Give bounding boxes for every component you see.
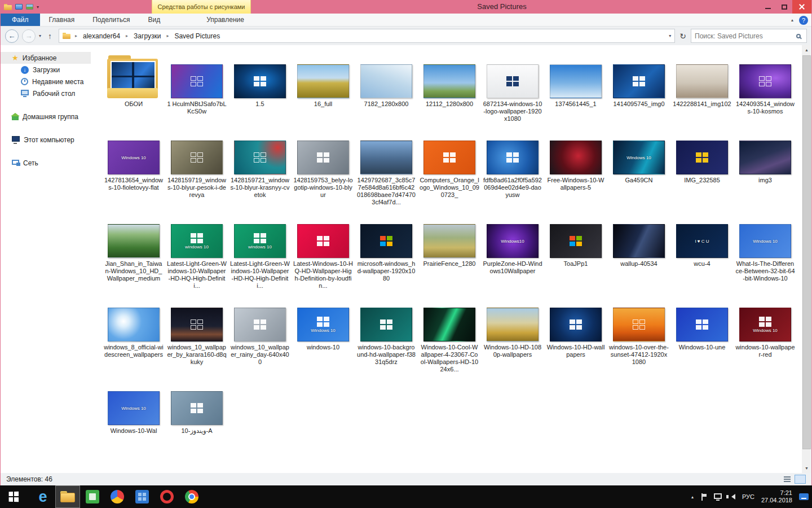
- taskbar-app-ie[interactable]: [30, 485, 55, 508]
- file-item[interactable]: Windows-10-Cool-Wallpaper-4-23067-Cool-W…: [418, 295, 481, 373]
- breadcrumb-box[interactable]: ▸alexander64▸Загрузки▸Saved Pictures ▾: [59, 29, 675, 43]
- thumbnails-view-button[interactable]: [795, 475, 806, 484]
- tab-manage[interactable]: Управление: [197, 14, 253, 26]
- taskbar-app-opera[interactable]: [155, 485, 179, 508]
- network-icon[interactable]: [714, 493, 722, 499]
- taskbar-app-blue-grid-app[interactable]: [130, 485, 155, 508]
- sidebar-item-this-pc[interactable]: Этот компьютер: [1, 134, 91, 146]
- file-item[interactable]: 1374561445_1: [544, 52, 607, 122]
- close-button[interactable]: [792, 0, 811, 14]
- file-item[interactable]: Computers_Orange_logo_Windows_10_090723_: [418, 128, 481, 206]
- search-input[interactable]: [695, 32, 796, 40]
- file-item[interactable]: wallup-40534: [607, 212, 670, 290]
- file-item[interactable]: 6872134-windows-10-logo-wallpaper-1920x1…: [481, 52, 544, 122]
- sidebar-item-homegroup[interactable]: Домашняя группа: [1, 111, 91, 122]
- forward-button[interactable]: →: [22, 29, 36, 43]
- file-item[interactable]: windows-10-background-hd-wallpaper-f3831…: [355, 295, 418, 373]
- file-item[interactable]: Windows 10windows-10: [292, 295, 355, 373]
- file-item[interactable]: Windows 10What-Is-The-Difference-Between…: [734, 212, 797, 290]
- tab-home[interactable]: Главная: [40, 14, 84, 26]
- sidebar-item-recent-places[interactable]: Недавние места: [1, 76, 91, 87]
- file-item[interactable]: I ♥ C Uwcu-4: [670, 212, 734, 290]
- file-item[interactable]: Windows10PurpleZone-HD-Windows10Wallpape…: [481, 212, 544, 290]
- sidebar-item-desktop[interactable]: Рабочий стол: [1, 87, 91, 99]
- tab-share[interactable]: Поделиться: [83, 14, 139, 26]
- file-item[interactable]: Windows-10-une: [670, 295, 734, 373]
- breadcrumb-segment[interactable]: Saved Pictures: [172, 31, 222, 41]
- recent-locations-dropdown-icon[interactable]: ▾: [39, 33, 41, 38]
- taskbar-app-chrome[interactable]: [179, 485, 204, 508]
- file-item[interactable]: windows_10_wallpaper_rainy_day-640x400: [228, 295, 292, 373]
- taskbar-app-pinwheel-app[interactable]: [105, 485, 130, 508]
- back-button[interactable]: ←: [5, 29, 19, 43]
- file-item[interactable]: microsoft-windows_hd-wallpaper-1920x1080: [355, 212, 418, 290]
- file-item[interactable]: 1428159719_windows-10-blyur-pesok-i-dere…: [165, 128, 228, 206]
- file-item[interactable]: Free-Windows-10-Wallpapers-5: [544, 128, 607, 206]
- file-item[interactable]: 1.5: [228, 52, 292, 122]
- sidebar-item-network[interactable]: Сеть: [1, 157, 91, 169]
- file-item[interactable]: 1428159753_belyy-logotip-windows-10-blyu…: [292, 128, 355, 206]
- file-item[interactable]: 7182_1280x800: [355, 52, 418, 122]
- file-item[interactable]: 1 HculmNBtJSafo7bLKcS0w: [165, 52, 228, 122]
- scroll-up-icon[interactable]: ▲: [802, 45, 811, 55]
- file-item[interactable]: IMG_232585: [670, 128, 734, 206]
- sidebar-item-favorites[interactable]: Избранное: [1, 52, 91, 64]
- scroll-down-icon[interactable]: ▼: [802, 463, 811, 473]
- taskbar-app-green-app[interactable]: [80, 485, 105, 508]
- file-item[interactable]: windows 10Latest-Light-Green-Windows-10-…: [165, 212, 228, 290]
- file-item[interactable]: windows 10Latest-Light-Green-Windows-10-…: [228, 212, 292, 290]
- collapse-ribbon-icon[interactable]: ▴: [791, 17, 793, 23]
- qat-dropdown-icon[interactable]: ▾: [37, 5, 39, 10]
- file-item[interactable]: windows_10_wallpaper_by_karara160-d8qkuk…: [165, 295, 228, 373]
- qat-picture-icon[interactable]: [26, 4, 33, 10]
- file-item[interactable]: Windows 10windows-10-wallpaper-red: [734, 295, 797, 373]
- file-item[interactable]: 10-ويندوز-A: [165, 379, 228, 435]
- action-center-flag-icon[interactable]: [700, 493, 707, 501]
- file-item[interactable]: PrairieFence_1280: [418, 212, 481, 290]
- file-item[interactable]: 12112_1280x800: [418, 52, 481, 122]
- clock[interactable]: 7:21 27.04.2018: [761, 489, 792, 504]
- file-item[interactable]: windows_8_official-widescreen_wallpapers: [102, 295, 165, 373]
- file-item[interactable]: 1429792687_3c85c77e584d8a616bf6c42018698…: [355, 128, 418, 206]
- file-item[interactable]: fdfb8ad61a2f0f5a592069d4ee02d4e9-daoyusw: [481, 128, 544, 206]
- maximize-button[interactable]: [776, 0, 792, 14]
- file-item[interactable]: Windows 10Ga459CN: [607, 128, 670, 206]
- qat-folder-icon[interactable]: [15, 4, 23, 10]
- breadcrumb-segment[interactable]: alexander64: [81, 31, 122, 41]
- volume-icon[interactable]: [729, 494, 735, 500]
- file-item[interactable]: Jian_Shan_in_Taiwan-Windows_10_HD_Wallpa…: [102, 212, 165, 290]
- file-item[interactable]: 1428159721_windows-10-blyur-krasnyy-cvet…: [228, 128, 292, 206]
- scrollbar-thumb[interactable]: [802, 55, 811, 449]
- refresh-icon[interactable]: ↻: [678, 32, 687, 41]
- touch-keyboard-icon[interactable]: [799, 493, 809, 500]
- hidden-icons-icon[interactable]: ▴: [691, 494, 694, 500]
- taskbar-app-explorer[interactable]: [55, 485, 80, 508]
- file-item[interactable]: Windows 101427813654_windows-10-fioletov…: [102, 128, 165, 206]
- file-item[interactable]: Latest-Windows-10-HQ-HD-Wallpaper-High-D…: [292, 212, 355, 290]
- file-item[interactable]: ОБОИ: [102, 52, 165, 122]
- picture-tools-contextual-tab[interactable]: Средства работы с рисунками: [152, 0, 251, 14]
- sidebar-item-downloads[interactable]: Загрузки: [1, 64, 91, 76]
- up-button[interactable]: ↑: [45, 32, 55, 41]
- details-view-button[interactable]: [781, 475, 792, 484]
- scrollbar[interactable]: ▲ ▼: [802, 45, 811, 473]
- breadcrumb-segment[interactable]: Загрузки: [131, 31, 163, 41]
- file-item[interactable]: 16_full: [292, 52, 355, 122]
- file-item[interactable]: Windows-10-HD-1080p-wallpapers: [481, 295, 544, 373]
- file-item[interactable]: Windows 10Windows-10-Wal: [102, 379, 165, 435]
- file-item[interactable]: Windows-10-HD-wallpapers: [544, 295, 607, 373]
- breadcrumb-dropdown-icon[interactable]: ▾: [669, 33, 671, 38]
- file-item[interactable]: img3: [734, 128, 797, 206]
- tab-view[interactable]: Вид: [139, 14, 169, 26]
- file-item[interactable]: ToaJPp1: [544, 212, 607, 290]
- file-item[interactable]: windows-10-over-the-sunset-47412-1920x10…: [607, 295, 670, 373]
- start-button[interactable]: [0, 485, 27, 508]
- help-icon[interactable]: ?: [799, 16, 808, 25]
- tab-file[interactable]: Файл: [1, 14, 40, 26]
- file-item[interactable]: 1424093514_windows-10-kosmos: [734, 52, 797, 122]
- language-indicator[interactable]: РУС: [742, 493, 754, 500]
- file-item[interactable]: 1414095745_img0: [607, 52, 670, 122]
- minimize-button[interactable]: [760, 0, 776, 14]
- search-icon[interactable]: [796, 34, 801, 38]
- file-item[interactable]: 1422288141_img102: [670, 52, 734, 122]
